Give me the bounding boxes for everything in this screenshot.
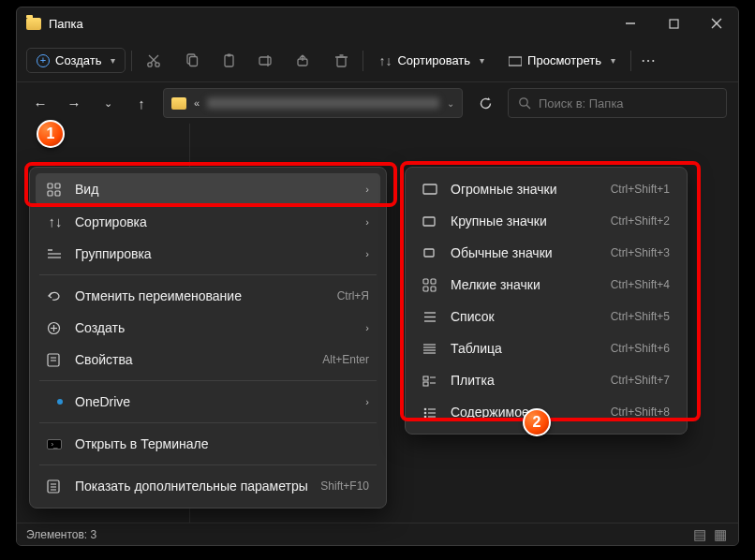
separator <box>630 51 631 71</box>
svg-rect-52 <box>423 376 428 380</box>
svg-rect-1 <box>670 20 678 28</box>
group-icon <box>47 248 64 260</box>
submenu-label: Мелкие значки <box>451 277 600 292</box>
submenu-item[interactable]: СписокCtrl+Shift+5 <box>411 301 681 332</box>
paste-button[interactable] <box>213 45 244 77</box>
shortcut: Ctrl+Shift+5 <box>611 310 670 323</box>
separator <box>131 51 132 71</box>
plus-icon: + <box>37 54 50 67</box>
svg-rect-44 <box>431 287 436 291</box>
forward-button[interactable]: → <box>62 91 86 115</box>
view-switcher[interactable]: ▤ ▦ <box>693 526 729 543</box>
submenu-item[interactable]: ТаблицаCtrl+Shift+6 <box>411 332 681 364</box>
up-button[interactable]: ↑ <box>129 91 154 115</box>
submenu-item[interactable]: Обычные значкиCtrl+Shift+3 <box>411 237 681 269</box>
window-controls <box>609 7 738 39</box>
view-label: Просмотреть <box>527 53 601 67</box>
breadcrumb-path <box>207 97 439 109</box>
menu-item-sort[interactable]: ↑↓ Сортировка › <box>36 205 380 238</box>
step-badge-2: 2 <box>523 408 551 436</box>
svg-rect-12 <box>259 57 271 65</box>
shortcut: Ctrl+Shift+2 <box>611 214 670 228</box>
plus-icon <box>47 321 64 335</box>
menu-label: OneDrive <box>75 394 354 409</box>
submenu-item[interactable]: Огромные значкиCtrl+Shift+1 <box>411 173 681 205</box>
submenu-label: Список <box>451 309 600 324</box>
shortcut: Alt+Enter <box>322 353 369 366</box>
menu-label: Сортировка <box>75 214 354 229</box>
window-title: Папка <box>49 17 83 31</box>
sort-icon: ↑↓ <box>47 214 64 229</box>
view-submenu: Огромные значкиCtrl+Shift+1Крупные значк… <box>405 167 688 435</box>
refresh-button[interactable] <box>472 90 498 116</box>
svg-rect-54 <box>423 382 428 386</box>
menu-item-properties[interactable]: Свойства Alt+Enter <box>36 344 380 376</box>
chevron-down-icon: ▾ <box>480 55 484 66</box>
menu-item-undo[interactable]: Отменить переименование Ctrl+Я <box>36 280 380 312</box>
recent-button[interactable]: ⌄ <box>96 91 120 115</box>
refresh-icon <box>479 96 493 111</box>
search-input[interactable]: Поиск в: Папка <box>508 88 727 118</box>
menu-label: Открыть в Терминале <box>75 436 369 451</box>
delete-button[interactable] <box>325 45 357 77</box>
submenu-item[interactable]: Крупные значкиCtrl+Shift+2 <box>411 205 681 237</box>
menu-item-view[interactable]: Вид › <box>36 173 380 205</box>
status-bar: Элементов: 3 ▤ ▦ <box>17 523 738 545</box>
toolbar: + Создать ▾ ↑↓ Сортировать ▾ Просмотреть… <box>17 39 738 82</box>
new-button[interactable]: + Создать ▾ <box>26 48 126 73</box>
rename-button[interactable] <box>250 45 282 77</box>
svg-point-4 <box>148 62 152 66</box>
submenu-item[interactable]: Мелкие значкиCtrl+Shift+4 <box>411 269 681 301</box>
view-button[interactable]: Просмотреть ▾ <box>499 49 625 72</box>
svg-rect-23 <box>48 191 52 196</box>
chevron-down-icon: ▾ <box>611 55 615 66</box>
paste-icon <box>222 53 236 68</box>
cut-button[interactable] <box>138 45 170 77</box>
menu-item-more[interactable]: Показать дополнительные параметры Shift+… <box>36 470 380 502</box>
close-button[interactable] <box>695 7 738 39</box>
svg-point-5 <box>155 62 159 66</box>
sort-label: Сортировать <box>397 53 470 67</box>
menu-item-terminal[interactable]: ›_ Открыть в Терминале <box>36 428 380 460</box>
more-button[interactable]: ⋯ <box>641 52 658 69</box>
submenu-item[interactable]: ПлиткаCtrl+Shift+7 <box>411 364 681 396</box>
menu-item-onedrive[interactable]: OneDrive › <box>36 386 380 418</box>
rename-icon <box>259 53 274 67</box>
context-menu: Вид › ↑↓ Сортировка › Группировка › Отме… <box>29 167 387 508</box>
svg-line-20 <box>526 105 530 109</box>
back-button[interactable]: ← <box>28 91 52 115</box>
menu-label: Свойства <box>75 352 311 367</box>
folder-icon <box>26 18 41 30</box>
copy-button[interactable] <box>175 45 207 77</box>
menu-item-create[interactable]: Создать › <box>36 312 380 344</box>
svg-point-56 <box>424 407 427 410</box>
separator <box>363 51 363 71</box>
share-button[interactable] <box>288 45 319 77</box>
chevron-right-icon: › <box>365 184 369 195</box>
menu-label: Отменить переименование <box>75 288 326 303</box>
details-icon <box>422 343 439 355</box>
small-icon <box>422 278 439 292</box>
sort-button[interactable]: ↑↓ Сортировать ▾ <box>369 49 494 73</box>
address-row: ← → ⌄ ↑ « ⌄ Поиск в: Папка <box>17 82 738 124</box>
chevron-right-icon: › <box>365 248 369 259</box>
svg-rect-10 <box>225 55 233 66</box>
separator <box>39 422 377 423</box>
chevron-down-icon[interactable]: ⌄ <box>447 98 454 109</box>
submenu-label: Огромные значки <box>451 182 600 197</box>
delete-icon <box>334 53 348 68</box>
medium-icon <box>422 247 439 258</box>
maximize-button[interactable] <box>652 7 695 39</box>
minimize-button[interactable] <box>609 7 652 39</box>
address-bar[interactable]: « ⌄ <box>163 88 463 118</box>
shortcut: Ctrl+Shift+1 <box>611 183 670 196</box>
svg-rect-39 <box>423 217 435 226</box>
menu-item-group[interactable]: Группировка › <box>36 238 380 270</box>
close-icon <box>711 18 722 29</box>
svg-rect-11 <box>227 53 230 56</box>
svg-rect-42 <box>431 279 436 284</box>
menu-label: Показать дополнительные параметры <box>75 479 309 494</box>
svg-rect-40 <box>424 249 434 257</box>
menu-label: Создать <box>75 320 354 335</box>
view-icon <box>47 183 64 197</box>
